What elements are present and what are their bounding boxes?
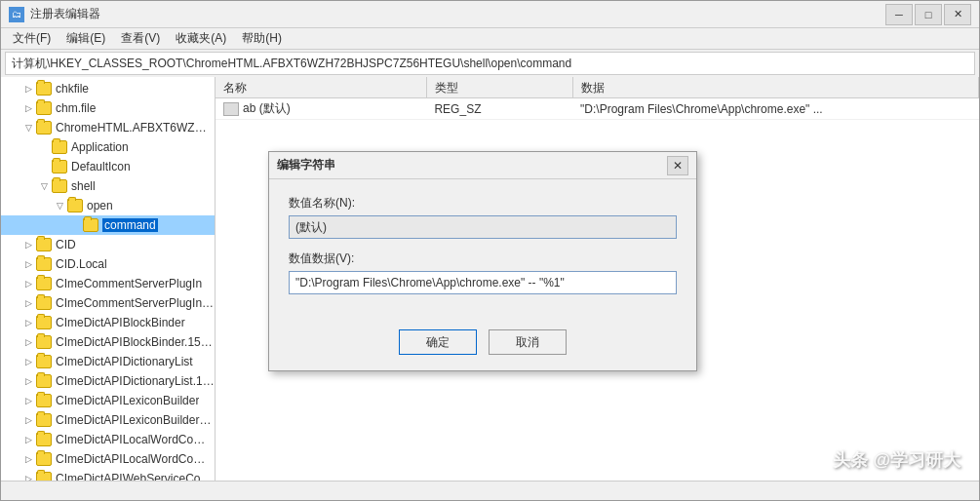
tree-item-shell[interactable]: ▽ shell: [1, 176, 215, 196]
dialog-title-bar: 编辑字符串 ✕: [269, 152, 696, 179]
tree-item-cime11[interactable]: ▷ CImeDictAPIWebServiceCo…: [1, 469, 215, 481]
dialog-body: 数值名称(N): 数值数据(V):: [269, 179, 696, 322]
cancel-button[interactable]: 取消: [489, 329, 567, 355]
status-bar: [1, 481, 979, 500]
folder-icon: [36, 394, 52, 407]
col-type[interactable]: 类型: [427, 77, 573, 97]
tree-label: chm.file: [56, 101, 96, 115]
folder-icon: [52, 140, 67, 154]
menu-edit[interactable]: 编辑(E): [59, 28, 113, 49]
expand-icon: ▷: [20, 471, 36, 481]
title-bar-buttons: ─ □ ✕: [885, 4, 971, 25]
tree-label: CImeCommentServerPlugIn: [56, 277, 202, 290]
close-button[interactable]: ✕: [944, 4, 971, 25]
expand-icon: [67, 217, 83, 233]
folder-icon: [36, 316, 52, 329]
dialog-close-button[interactable]: ✕: [667, 156, 688, 175]
tree-item-cime8[interactable]: ▷ CImeDictAPILexiconBuilder…: [1, 410, 215, 430]
tree-item-cime1[interactable]: ▷ CImeCommentServerPlugIn: [1, 274, 215, 293]
maximize-button[interactable]: □: [915, 4, 942, 25]
name-field-group: 数值名称(N):: [289, 195, 677, 239]
expand-icon: ▷: [20, 354, 36, 369]
tree-item-cime9[interactable]: ▷ CImeDictAPILocalWordCom…: [1, 430, 215, 449]
menu-file[interactable]: 文件(F): [5, 28, 59, 49]
col-data[interactable]: 数据: [573, 77, 979, 97]
folder-icon: [36, 277, 52, 290]
tree-label: open: [87, 199, 113, 212]
tree-item-application[interactable]: Application: [1, 137, 215, 157]
folder-icon: [36, 472, 52, 481]
expand-icon: ▷: [20, 412, 36, 428]
title-bar: 🗂 注册表编辑器 ─ □ ✕: [1, 1, 979, 28]
tree-label: CImeDictAPIBlockBinder: [56, 316, 185, 329]
expand-icon: ▷: [20, 393, 36, 408]
tree-item-cime5[interactable]: ▷ CImeDictAPIDictionaryList: [1, 352, 215, 371]
value-field-group: 数值数据(V):: [289, 250, 677, 294]
folder-icon: [36, 374, 52, 388]
col-name[interactable]: 名称: [216, 77, 427, 97]
table-row[interactable]: ab (默认) REG_SZ "D:\Program Files\Chrome\…: [216, 98, 979, 120]
cell-data: "D:\Program Files\Chrome\App\chrome.exe"…: [572, 100, 979, 118]
tree-label: CImeDictAPIWebServiceCo…: [56, 472, 213, 481]
tree-item-open[interactable]: ▽ open: [1, 196, 215, 215]
tree-item-command[interactable]: command: [1, 215, 215, 235]
expand-icon: ▷: [20, 276, 36, 291]
tree-label: CImeCommentServerPlugIn…: [56, 296, 214, 310]
tree-label: CImeDictAPILocalWordCom…: [56, 433, 215, 446]
expand-icon: [36, 139, 52, 155]
tree-label: CImeDictAPILexiconBuilder…: [56, 413, 211, 427]
tree-item-chkfile[interactable]: ▷ chkfile: [1, 79, 215, 98]
folder-open-icon: [36, 121, 52, 135]
tree-label: DefaultIcon: [71, 160, 131, 173]
tree-panel[interactable]: ▷ chkfile ▷ chm.file ▽ ChromeHTML.AFBXT6…: [1, 77, 216, 481]
folder-icon: [36, 452, 52, 466]
minimize-button[interactable]: ─: [885, 4, 913, 25]
expand-icon: [36, 159, 52, 174]
folder-icon: [83, 218, 98, 232]
tree-label: CID: [56, 238, 76, 251]
folder-icon: [36, 82, 52, 96]
expand-icon: ▽: [20, 120, 36, 135]
expand-icon: ▷: [20, 295, 36, 311]
tree-item-defaulticon[interactable]: DefaultIcon: [1, 157, 215, 176]
address-bar[interactable]: 计算机\HKEY_CLASSES_ROOT\ChromeHTML.AFBXT6W…: [5, 52, 975, 75]
folder-open-icon: [52, 179, 67, 193]
tree-item-cid-local[interactable]: ▷ CID.Local: [1, 254, 215, 274]
menu-view[interactable]: 查看(V): [113, 28, 168, 49]
expand-icon: ▽: [36, 178, 52, 194]
tree-label: CImeDictAPILocalWordCom…: [56, 452, 215, 466]
tree-label: CImeDictAPIDictionaryList.1…: [56, 374, 215, 388]
cell-type: REG_SZ: [426, 100, 572, 118]
expand-icon: ▷: [20, 237, 36, 252]
dialog-footer: 确定 取消: [269, 322, 696, 370]
tree-label: CImeDictAPIBlockBinder.15…: [56, 335, 213, 349]
window-title: 注册表编辑器: [30, 6, 885, 22]
tree-label: shell: [71, 179, 96, 193]
tree-label: CImeDictAPILexiconBuilder: [56, 394, 199, 407]
folder-icon: [36, 101, 52, 115]
address-path: 计算机\HKEY_CLASSES_ROOT\ChromeHTML.AFBXT6W…: [12, 56, 571, 72]
tree-label: ChromeHTML.AFBXT6WZH…: [56, 121, 215, 135]
tree-item-chromehtml[interactable]: ▽ ChromeHTML.AFBXT6WZH…: [1, 118, 215, 137]
folder-icon: [36, 335, 52, 349]
menu-favorites[interactable]: 收藏夹(A): [168, 28, 234, 49]
tree-item-chm-file[interactable]: ▷ chm.file: [1, 98, 215, 118]
menu-help[interactable]: 帮助(H): [234, 28, 290, 49]
expand-icon: ▷: [20, 432, 36, 447]
tree-item-cime4[interactable]: ▷ CImeDictAPIBlockBinder.15…: [1, 332, 215, 352]
value-label: 数值数据(V):: [289, 250, 677, 267]
tree-item-cid[interactable]: ▷ CID: [1, 235, 215, 254]
tree-item-cime2[interactable]: ▷ CImeCommentServerPlugIn…: [1, 293, 215, 313]
folder-icon: [36, 355, 52, 368]
tree-item-cime6[interactable]: ▷ CImeDictAPIDictionaryList.1…: [1, 371, 215, 391]
tree-item-cime7[interactable]: ▷ CImeDictAPILexiconBuilder: [1, 391, 215, 410]
folder-icon: [36, 257, 52, 271]
tree-item-cime10[interactable]: ▷ CImeDictAPILocalWordCom…: [1, 449, 215, 469]
table-header: 名称 类型 数据: [216, 77, 979, 98]
ok-button[interactable]: 确定: [399, 329, 477, 355]
value-input[interactable]: [289, 271, 677, 294]
name-input[interactable]: [289, 215, 677, 239]
tree-item-cime3[interactable]: ▷ CImeDictAPIBlockBinder: [1, 313, 215, 332]
cell-name: ab (默认): [216, 98, 426, 119]
tree-label: Application: [71, 140, 129, 154]
